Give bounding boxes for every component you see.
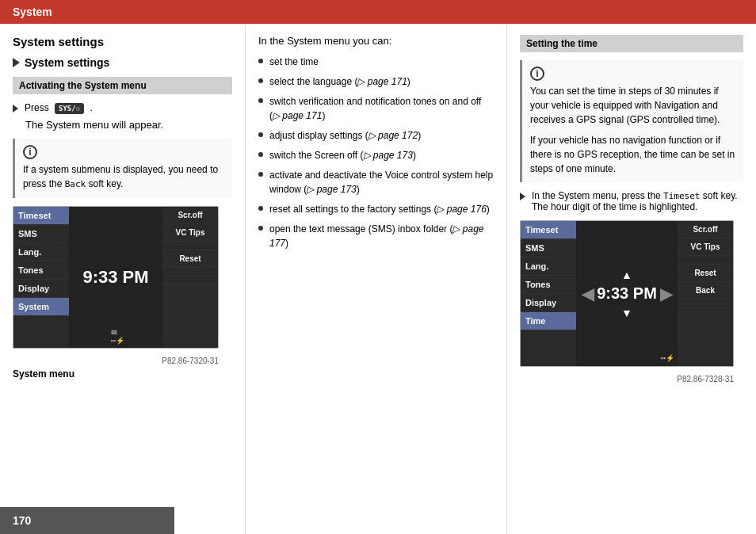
menu-system: System — [13, 298, 69, 316]
mid-column: In the System menu you can: set the time… — [246, 24, 507, 534]
bullet-icon — [258, 172, 263, 177]
time-timeset: Timeset — [521, 221, 576, 239]
info-icon-right: i — [530, 67, 544, 81]
menu-sms: SMS — [13, 225, 69, 243]
list-item-time: set the time — [258, 55, 494, 69]
list-item-screenoff: switch the Screen off (▷ page 173) — [258, 148, 494, 162]
time-tones: Tones — [521, 276, 576, 294]
list-item-factory: reset all settings to the factory settin… — [258, 202, 494, 216]
header-title: System — [13, 6, 52, 18]
time-time: Time — [521, 312, 576, 330]
left-column: System settings System settings Activati… — [0, 24, 246, 534]
menu-empty3 — [162, 277, 218, 285]
system-appear-text: The System menu will appear. — [25, 119, 232, 131]
time-menu-left: Timeset SMS Lang. Tones Display Time — [521, 221, 576, 366]
menu-reset: Reset — [162, 250, 218, 268]
time-back: Back — [678, 282, 733, 299]
menu-center: 9:33 PM ✉ ▪▪⚡ — [69, 207, 162, 348]
info-box-left: i If a system submenu is displayed, you … — [13, 139, 232, 198]
section-title: System settings — [13, 35, 232, 48]
time-empty1 — [678, 256, 733, 265]
menu-left-panel: Timeset SMS Lang. Tones Display System — [13, 207, 69, 348]
time-reset: Reset — [678, 265, 733, 282]
info-box-right: i You can set the time in steps of 30 mi… — [520, 60, 743, 182]
time-vctips: VC Tips — [678, 238, 733, 256]
bullet-icon — [258, 59, 263, 63]
list-item-verification: switch verification and notification ton… — [258, 94, 494, 123]
menu-empty2 — [162, 268, 218, 277]
down-arrow: ▼ — [621, 307, 632, 319]
bullet-icon — [258, 78, 263, 83]
menu-right-panel: Scr.off VC Tips Reset — [162, 207, 218, 348]
menu-display: Display — [13, 280, 69, 298]
list-item-voice: activate and deactivate the Voice contro… — [258, 168, 494, 196]
time-empty2 — [678, 299, 733, 308]
info-para-1: You can set the time in steps of 30 minu… — [530, 84, 735, 127]
menu-scroff: Scr.off — [162, 207, 218, 224]
bullet-icon — [258, 98, 263, 103]
time-display: Display — [521, 294, 576, 312]
right-column: Setting the time i You can set the time … — [507, 24, 756, 534]
status-icons-bar: ✉ ▪▪⚡ — [124, 329, 128, 345]
menu-caption: System menu — [13, 368, 232, 380]
setting-time-header: Setting the time — [520, 35, 743, 52]
timeset-instruction: In the System menu, press the Timeset so… — [520, 190, 743, 212]
bullet-icon — [258, 206, 263, 211]
sys-button: SYS/☉ — [55, 103, 84, 114]
menu-screenshot: Timeset SMS Lang. Tones Display System 9… — [13, 206, 219, 349]
up-arrow: ▲ — [621, 269, 632, 281]
menu-empty1 — [162, 242, 218, 250]
time-sms: SMS — [521, 239, 576, 257]
list-item-sms: open the text message (SMS) inbox folder… — [258, 222, 494, 250]
menu-vctips: VC Tips — [162, 224, 218, 242]
info-icon: i — [23, 145, 37, 159]
main-content: System settings System settings Activati… — [0, 24, 756, 534]
time-lang: Lang. — [521, 257, 576, 276]
part-number-right: P82.86-7328-31 — [520, 375, 734, 383]
timeset-code: Timeset — [663, 191, 700, 201]
activating-header: Activating the System menu — [13, 77, 232, 94]
list-item-display: adjust display settings (▷ page 172) — [258, 128, 494, 143]
back-code: Back — [65, 179, 86, 189]
triangle-icon — [13, 58, 20, 67]
intro-text: In the System menu you can: — [258, 35, 494, 47]
top-header: System — [0, 0, 756, 24]
arrow-icon — [13, 105, 18, 113]
subsection-title: System settings — [13, 56, 232, 69]
part-number-left: P82.86-7320-31 — [13, 357, 219, 365]
time-screenshot: Timeset SMS Lang. Tones Display Time ▲ ◀… — [520, 220, 734, 367]
list-item-language: select the language (▷ page 171) — [258, 74, 494, 89]
arrow-icon-right — [520, 193, 525, 200]
time-menu-center: ▲ ◀ 9:33 PM ▶ ▼ ▪▪⚡ — [576, 221, 678, 366]
menu-lang: Lang. — [13, 243, 69, 261]
status-bottom: ▪▪⚡ — [661, 351, 674, 363]
menu-timeset: Timeset — [13, 207, 69, 225]
info-para-2: If your vehicle has no navigation functi… — [530, 133, 735, 176]
bullet-icon — [258, 226, 263, 231]
time-menu-right: Scr.off VC Tips Reset Back — [678, 221, 733, 366]
feature-list: set the time select the language (▷ page… — [258, 55, 494, 250]
time-scroff: Scr.off — [678, 221, 733, 238]
press-instruction: Press SYS/☉ . — [13, 102, 232, 114]
page-number-bar: 170 — [0, 507, 174, 534]
menu-tones: Tones — [13, 261, 69, 280]
page-number: 170 — [13, 514, 31, 527]
bullet-icon — [258, 132, 263, 137]
bullet-icon — [258, 152, 263, 157]
time-display-text: ◀ 9:33 PM ▶ — [582, 284, 672, 303]
